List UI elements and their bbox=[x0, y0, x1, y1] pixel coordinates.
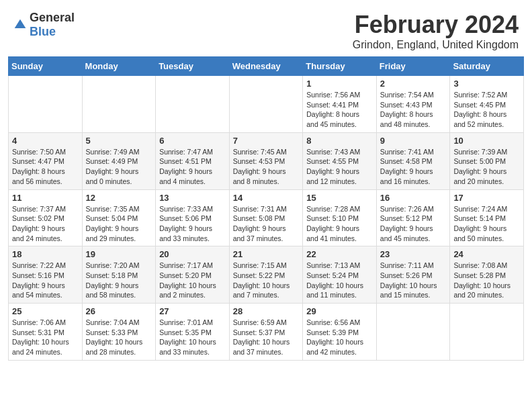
col-wednesday: Wednesday bbox=[229, 57, 303, 76]
day-info: Sunrise: 7:54 AM Sunset: 4:43 PM Dayligh… bbox=[380, 90, 447, 130]
day-number: 20 bbox=[159, 249, 226, 259]
main-title: February 2024 bbox=[353, 11, 519, 39]
title-area: February 2024 Grindon, England, United K… bbox=[353, 11, 519, 51]
day-number: 3 bbox=[453, 79, 520, 89]
day-info: Sunrise: 7:01 AM Sunset: 5:35 PM Dayligh… bbox=[159, 318, 226, 357]
day-cell: 18Sunrise: 7:22 AM Sunset: 5:16 PM Dayli… bbox=[9, 246, 83, 304]
day-info: Sunrise: 7:28 AM Sunset: 5:10 PM Dayligh… bbox=[306, 204, 373, 244]
calendar: Sunday Monday Tuesday Wednesday Thursday… bbox=[0, 56, 532, 369]
day-cell: 4Sunrise: 7:50 AM Sunset: 4:47 PM Daylig… bbox=[9, 132, 83, 189]
day-info: Sunrise: 7:45 AM Sunset: 4:53 PM Dayligh… bbox=[233, 147, 300, 187]
day-cell: 1Sunrise: 7:56 AM Sunset: 4:41 PM Daylig… bbox=[303, 76, 377, 133]
logo-blue: Blue bbox=[30, 25, 56, 38]
week-row-4: 25Sunrise: 7:06 AM Sunset: 5:31 PM Dayli… bbox=[9, 304, 524, 361]
day-number: 29 bbox=[306, 306, 373, 316]
day-cell: 25Sunrise: 7:06 AM Sunset: 5:31 PM Dayli… bbox=[9, 304, 83, 361]
day-info: Sunrise: 7:31 AM Sunset: 5:08 PM Dayligh… bbox=[233, 204, 300, 244]
day-info: Sunrise: 7:20 AM Sunset: 5:18 PM Dayligh… bbox=[86, 261, 152, 300]
day-cell: 15Sunrise: 7:28 AM Sunset: 5:10 PM Dayli… bbox=[303, 189, 377, 246]
day-info: Sunrise: 7:15 AM Sunset: 5:22 PM Dayligh… bbox=[233, 261, 300, 300]
day-number: 17 bbox=[453, 193, 520, 203]
day-cell: 7Sunrise: 7:45 AM Sunset: 4:53 PM Daylig… bbox=[229, 132, 303, 189]
day-info: Sunrise: 6:59 AM Sunset: 5:37 PM Dayligh… bbox=[233, 318, 300, 357]
day-number: 1 bbox=[306, 79, 373, 89]
day-cell: 20Sunrise: 7:17 AM Sunset: 5:20 PM Dayli… bbox=[156, 246, 230, 304]
header: General Blue February 2024 Grindon, Engl… bbox=[0, 0, 532, 56]
day-info: Sunrise: 7:49 AM Sunset: 4:49 PM Dayligh… bbox=[86, 147, 152, 187]
logo-text: General Blue bbox=[30, 11, 75, 39]
day-cell: 9Sunrise: 7:41 AM Sunset: 4:58 PM Daylig… bbox=[376, 132, 450, 189]
day-number: 18 bbox=[12, 249, 79, 259]
day-number: 7 bbox=[233, 136, 300, 146]
day-number: 8 bbox=[306, 136, 373, 146]
col-saturday: Saturday bbox=[450, 57, 524, 76]
day-info: Sunrise: 7:50 AM Sunset: 4:47 PM Dayligh… bbox=[12, 147, 79, 187]
day-number: 14 bbox=[233, 193, 300, 203]
header-row: Sunday Monday Tuesday Wednesday Thursday… bbox=[9, 57, 524, 76]
week-row-2: 11Sunrise: 7:37 AM Sunset: 5:02 PM Dayli… bbox=[9, 189, 524, 246]
day-info: Sunrise: 7:11 AM Sunset: 5:26 PM Dayligh… bbox=[380, 261, 447, 300]
calendar-table: Sunday Monday Tuesday Wednesday Thursday… bbox=[8, 56, 524, 361]
week-row-0: 1Sunrise: 7:56 AM Sunset: 4:41 PM Daylig… bbox=[9, 76, 524, 133]
day-number: 4 bbox=[12, 136, 79, 146]
day-info: Sunrise: 7:04 AM Sunset: 5:33 PM Dayligh… bbox=[86, 318, 152, 357]
col-sunday: Sunday bbox=[9, 57, 83, 76]
day-info: Sunrise: 7:06 AM Sunset: 5:31 PM Dayligh… bbox=[12, 318, 79, 357]
day-info: Sunrise: 7:39 AM Sunset: 5:00 PM Dayligh… bbox=[453, 147, 520, 187]
day-info: Sunrise: 7:22 AM Sunset: 5:16 PM Dayligh… bbox=[12, 261, 79, 300]
day-cell: 26Sunrise: 7:04 AM Sunset: 5:33 PM Dayli… bbox=[82, 304, 156, 361]
col-friday: Friday bbox=[376, 57, 450, 76]
day-info: Sunrise: 7:43 AM Sunset: 4:55 PM Dayligh… bbox=[306, 147, 373, 187]
day-info: Sunrise: 7:24 AM Sunset: 5:14 PM Dayligh… bbox=[453, 204, 520, 244]
day-cell: 24Sunrise: 7:08 AM Sunset: 5:28 PM Dayli… bbox=[450, 246, 524, 304]
day-number: 13 bbox=[159, 193, 226, 203]
day-number: 26 bbox=[86, 306, 152, 316]
day-cell bbox=[82, 76, 156, 133]
day-cell bbox=[156, 76, 230, 133]
day-cell: 17Sunrise: 7:24 AM Sunset: 5:14 PM Dayli… bbox=[450, 189, 524, 246]
day-cell: 27Sunrise: 7:01 AM Sunset: 5:35 PM Dayli… bbox=[156, 304, 230, 361]
day-number: 2 bbox=[380, 79, 447, 89]
day-cell: 11Sunrise: 7:37 AM Sunset: 5:02 PM Dayli… bbox=[9, 189, 83, 246]
day-info: Sunrise: 7:52 AM Sunset: 4:45 PM Dayligh… bbox=[453, 90, 520, 130]
day-number: 10 bbox=[453, 136, 520, 146]
day-cell: 14Sunrise: 7:31 AM Sunset: 5:08 PM Dayli… bbox=[229, 189, 303, 246]
day-cell bbox=[450, 304, 524, 361]
day-cell bbox=[229, 76, 303, 133]
day-number: 5 bbox=[86, 136, 152, 146]
day-number: 16 bbox=[380, 193, 447, 203]
day-number: 9 bbox=[380, 136, 447, 146]
day-number: 6 bbox=[159, 136, 226, 146]
col-thursday: Thursday bbox=[303, 57, 377, 76]
day-cell: 19Sunrise: 7:20 AM Sunset: 5:18 PM Dayli… bbox=[82, 246, 156, 304]
week-row-3: 18Sunrise: 7:22 AM Sunset: 5:16 PM Dayli… bbox=[9, 246, 524, 304]
subtitle: Grindon, England, United Kingdom bbox=[353, 39, 519, 51]
day-cell: 16Sunrise: 7:26 AM Sunset: 5:12 PM Dayli… bbox=[376, 189, 450, 246]
day-info: Sunrise: 7:37 AM Sunset: 5:02 PM Dayligh… bbox=[12, 204, 79, 244]
week-row-1: 4Sunrise: 7:50 AM Sunset: 4:47 PM Daylig… bbox=[9, 132, 524, 189]
day-info: Sunrise: 7:35 AM Sunset: 5:04 PM Dayligh… bbox=[86, 204, 152, 244]
day-cell: 5Sunrise: 7:49 AM Sunset: 4:49 PM Daylig… bbox=[82, 132, 156, 189]
logo: General Blue bbox=[13, 11, 75, 39]
day-cell: 13Sunrise: 7:33 AM Sunset: 5:06 PM Dayli… bbox=[156, 189, 230, 246]
day-info: Sunrise: 7:08 AM Sunset: 5:28 PM Dayligh… bbox=[453, 261, 520, 300]
day-cell: 21Sunrise: 7:15 AM Sunset: 5:22 PM Dayli… bbox=[229, 246, 303, 304]
day-cell: 29Sunrise: 6:56 AM Sunset: 5:39 PM Dayli… bbox=[303, 304, 377, 361]
day-cell: 23Sunrise: 7:11 AM Sunset: 5:26 PM Dayli… bbox=[376, 246, 450, 304]
day-cell: 2Sunrise: 7:54 AM Sunset: 4:43 PM Daylig… bbox=[376, 76, 450, 133]
day-info: Sunrise: 6:56 AM Sunset: 5:39 PM Dayligh… bbox=[306, 318, 373, 357]
day-number: 21 bbox=[233, 249, 300, 259]
day-number: 24 bbox=[453, 249, 520, 259]
day-cell: 8Sunrise: 7:43 AM Sunset: 4:55 PM Daylig… bbox=[303, 132, 377, 189]
day-number: 25 bbox=[12, 306, 79, 316]
day-cell bbox=[9, 76, 83, 133]
day-number: 11 bbox=[12, 193, 79, 203]
day-number: 28 bbox=[233, 306, 300, 316]
svg-marker-0 bbox=[15, 19, 26, 28]
day-number: 22 bbox=[306, 249, 373, 259]
day-cell: 28Sunrise: 6:59 AM Sunset: 5:37 PM Dayli… bbox=[229, 304, 303, 361]
day-number: 19 bbox=[86, 249, 152, 259]
day-info: Sunrise: 7:26 AM Sunset: 5:12 PM Dayligh… bbox=[380, 204, 447, 244]
day-info: Sunrise: 7:17 AM Sunset: 5:20 PM Dayligh… bbox=[159, 261, 226, 300]
day-cell bbox=[376, 304, 450, 361]
